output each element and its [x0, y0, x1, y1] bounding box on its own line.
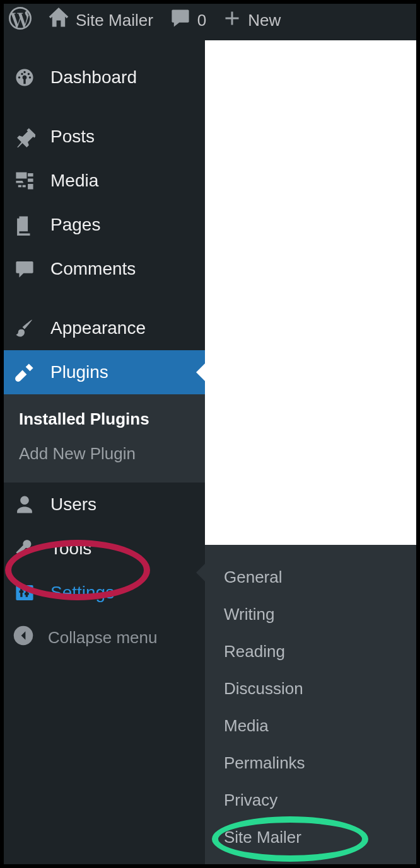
collapse-label: Collapse menu — [48, 628, 157, 648]
admin-sidebar: Dashboard Posts Media Pages Commen — [0, 40, 205, 868]
sidebar-label: Pages — [50, 215, 100, 235]
sidebar-label: Settings — [50, 583, 114, 603]
plugin-icon — [13, 360, 37, 384]
wrench-icon — [13, 537, 37, 561]
plugins-submenu: Installed Plugins Add New Plugin — [0, 394, 205, 483]
sidebar-label: Appearance — [50, 318, 146, 338]
collapse-menu-button[interactable]: Collapse menu — [0, 615, 205, 661]
sliders-icon — [13, 581, 37, 605]
comments-icon — [13, 257, 37, 281]
flyout-item-writing[interactable]: Writing — [205, 596, 417, 633]
sidebar-label: Plugins — [50, 362, 108, 382]
flyout-item-general[interactable]: General — [205, 559, 417, 596]
dashboard-icon — [13, 66, 37, 89]
new-content-link[interactable]: New — [223, 9, 281, 32]
sidebar-label: Dashboard — [50, 67, 137, 88]
sidebar-label: Media — [50, 171, 98, 191]
comment-icon — [170, 8, 191, 33]
comments-link[interactable]: 0 — [170, 8, 206, 33]
brush-icon — [13, 316, 37, 340]
user-icon — [13, 493, 37, 517]
sidebar-item-plugins[interactable]: Plugins — [0, 350, 205, 394]
comments-count: 0 — [197, 11, 206, 30]
sidebar-item-tools[interactable]: Tools — [0, 527, 205, 571]
flyout-item-media[interactable]: Media — [205, 707, 417, 745]
sidebar-label: Comments — [50, 259, 136, 279]
home-icon — [48, 8, 69, 33]
pushpin-icon — [13, 125, 37, 149]
sidebar-item-pages[interactable]: Pages — [0, 203, 205, 247]
media-icon — [13, 169, 37, 193]
sidebar-label: Users — [50, 494, 96, 515]
sidebar-item-media[interactable]: Media — [0, 159, 205, 203]
sidebar-item-settings[interactable]: Settings — [0, 571, 205, 615]
collapse-icon — [13, 625, 34, 651]
pages-icon — [13, 213, 37, 237]
sidebar-item-appearance[interactable]: Appearance — [0, 306, 205, 350]
site-home-link[interactable]: Site Mailer — [48, 8, 153, 33]
submenu-installed-plugins[interactable]: Installed Plugins — [0, 402, 205, 437]
wp-logo-link[interactable] — [9, 7, 32, 34]
settings-flyout-submenu: General Writing Reading Discussion Media… — [205, 545, 417, 868]
flyout-item-discussion[interactable]: Discussion — [205, 670, 417, 707]
sidebar-item-dashboard[interactable]: Dashboard — [0, 55, 205, 100]
sidebar-label: Posts — [50, 127, 95, 147]
wordpress-icon — [9, 7, 32, 34]
sidebar-label: Tools — [50, 539, 91, 559]
sidebar-item-posts[interactable]: Posts — [0, 115, 205, 159]
flyout-item-reading[interactable]: Reading — [205, 633, 417, 670]
sidebar-item-comments[interactable]: Comments — [0, 247, 205, 291]
flyout-item-privacy[interactable]: Privacy — [205, 782, 417, 819]
site-name-label: Site Mailer — [76, 11, 153, 30]
flyout-item-site-mailer[interactable]: Site Mailer — [205, 819, 417, 856]
new-label: New — [248, 11, 281, 30]
flyout-item-permalinks[interactable]: Permalinks — [205, 745, 417, 782]
admin-toolbar: Site Mailer 0 New — [0, 0, 420, 40]
plus-icon — [223, 9, 242, 32]
submenu-add-new-plugin[interactable]: Add New Plugin — [0, 437, 205, 471]
sidebar-item-users[interactable]: Users — [0, 483, 205, 527]
